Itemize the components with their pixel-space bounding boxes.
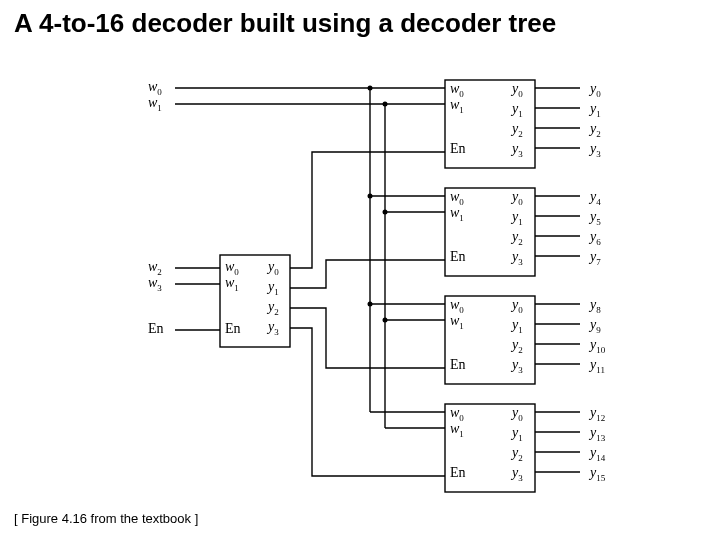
right-dec0-iy1: y1 (512, 102, 523, 119)
output-y4: y4 (590, 190, 601, 207)
svg-point-39 (383, 318, 388, 323)
output-y5: y5 (590, 210, 601, 227)
left-dec-w1: w1 (225, 276, 239, 293)
right-dec3-w1: w1 (450, 422, 464, 439)
right-dec2-iy2: y2 (512, 338, 523, 355)
svg-point-38 (368, 302, 373, 307)
right-dec0-w1: w1 (450, 98, 464, 115)
left-dec-y2: y2 (268, 300, 279, 317)
output-y9: y9 (590, 318, 601, 335)
right-dec2-iy3: y3 (512, 358, 523, 375)
right-dec2-en: En (450, 358, 466, 372)
right-dec3-iy3: y3 (512, 466, 523, 483)
left-dec-y1: y1 (268, 280, 279, 297)
output-y15: y15 (590, 466, 605, 483)
output-y11: y11 (590, 358, 605, 375)
right-dec0-iy2: y2 (512, 122, 523, 139)
right-dec3-iy0: y0 (512, 406, 523, 423)
output-y8: y8 (590, 298, 601, 315)
output-y14: y14 (590, 446, 605, 463)
right-dec1-iy1: y1 (512, 210, 523, 227)
svg-point-36 (368, 194, 373, 199)
output-y1: y1 (590, 102, 601, 119)
output-y7: y7 (590, 250, 601, 267)
right-dec2-w1: w1 (450, 314, 464, 331)
right-dec1-w1: w1 (450, 206, 464, 223)
right-dec3-iy1: y1 (512, 426, 523, 443)
output-y0: y0 (590, 82, 601, 99)
figure-caption: [ Figure 4.16 from the textbook ] (14, 511, 198, 526)
output-y6: y6 (590, 230, 601, 247)
right-dec0-iy3: y3 (512, 142, 523, 159)
right-dec1-en: En (450, 250, 466, 264)
ext-input-w3: w3 (148, 276, 162, 293)
output-y13: y13 (590, 426, 605, 443)
right-dec3-en: En (450, 466, 466, 480)
right-dec0-iy0: y0 (512, 82, 523, 99)
left-dec-y3: y3 (268, 320, 279, 337)
diagram-wiring (0, 0, 720, 540)
right-dec2-iy0: y0 (512, 298, 523, 315)
right-dec3-iy2: y2 (512, 446, 523, 463)
ext-input-en: En (148, 322, 164, 336)
svg-point-34 (368, 86, 373, 91)
svg-point-37 (383, 210, 388, 215)
output-y3: y3 (590, 142, 601, 159)
left-dec-y0: y0 (268, 260, 279, 277)
output-y10: y10 (590, 338, 605, 355)
right-dec1-iy3: y3 (512, 250, 523, 267)
svg-point-35 (383, 102, 388, 107)
right-dec1-iy2: y2 (512, 230, 523, 247)
output-y2: y2 (590, 122, 601, 139)
ext-input-w1: w1 (148, 96, 162, 113)
output-y12: y12 (590, 406, 605, 423)
left-dec-en: En (225, 322, 241, 336)
right-dec0-en: En (450, 142, 466, 156)
right-dec1-iy0: y0 (512, 190, 523, 207)
right-dec2-iy1: y1 (512, 318, 523, 335)
